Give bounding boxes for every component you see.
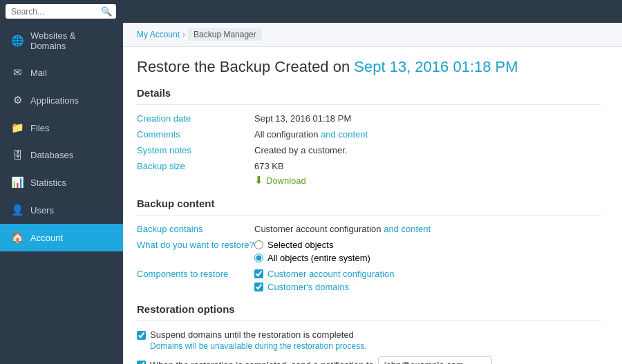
backup-size-label: Backup size [137, 161, 254, 186]
sidebar-item-mail[interactable]: ✉ Mail [0, 59, 123, 86]
sidebar: 🌐 Websites & Domains ✉ Mail ⚙ Applicatio… [0, 23, 123, 364]
notification-row: When the restoration is completed, send … [137, 356, 601, 364]
restoration-section: Restoration options Suspend domains unti… [137, 303, 601, 364]
mail-icon: ✉ [11, 66, 23, 79]
backup-content-section: Backup content Backup contains Customer … [137, 198, 601, 292]
details-section-title: Details [137, 87, 601, 99]
files-icon: 📁 [11, 122, 23, 134]
backup-contains-value: Customer account configuration and conte… [254, 224, 431, 234]
page-title-date: Sept 13, 2016 01:18 PM [354, 58, 518, 75]
backup-content-divider [137, 215, 601, 215]
sidebar-label-applications: Applications [30, 95, 79, 106]
sidebar-label-mail: Mail [30, 68, 47, 78]
breadcrumb: My Account › Backup Manager [123, 23, 622, 47]
databases-icon: 🗄 [11, 149, 23, 161]
checkbox-config[interactable]: Customer account configuration [254, 269, 395, 279]
creation-value: Sept 13, 2016 01:18 PM [254, 113, 351, 124]
comments-text: All configuration [254, 129, 321, 140]
radio-all-objects-input[interactable] [254, 253, 263, 262]
checkbox-domains[interactable]: Customer's domains [254, 282, 395, 292]
backup-size-value: 673 KB ⬇ Download [254, 161, 306, 186]
radio-selected-label: Selected objects [267, 240, 333, 250]
breadcrumb-separator: › [182, 30, 185, 39]
contains-link: and content [384, 224, 431, 234]
sidebar-label-databases: Databases [30, 150, 73, 160]
breadcrumb-myaccount[interactable]: My Account [137, 30, 180, 39]
suspend-text-block: Suspend domains until the restoration is… [150, 329, 367, 351]
sidebar-item-users[interactable]: 👤 Users [0, 196, 123, 224]
backup-contains-row: Backup contains Customer account configu… [137, 224, 601, 234]
sidebar-label-files: Files [30, 123, 49, 133]
checkbox-domains-label: Customer's domains [267, 282, 349, 292]
detail-creation: Creation date Sept 13, 2016 01:18 PM [137, 113, 601, 124]
search-input[interactable] [11, 7, 101, 17]
account-icon: 🏠 [11, 231, 23, 244]
download-button[interactable]: ⬇ Download [254, 174, 306, 186]
radio-selected-objects-input[interactable] [254, 240, 263, 249]
restoration-divider [137, 320, 601, 321]
breadcrumb-backupmanager: Backup Manager [188, 28, 262, 41]
checkbox-config-label: Customer account configuration [267, 269, 395, 279]
globe-icon: 🌐 [11, 35, 23, 47]
contains-text: Customer account configuration [254, 224, 384, 234]
sidebar-label-websites: Websites & Domains [30, 30, 112, 51]
restore-options: Suspend domains until the restoration is… [137, 329, 601, 364]
restore-what-row: What do you want to restore? Selected ob… [137, 240, 601, 263]
sidebar-item-statistics[interactable]: 📊 Statistics [0, 169, 123, 196]
sidebar-item-account[interactable]: 🏠 Account [0, 224, 123, 251]
suspend-sublabel: Domains will be unavailable during the r… [150, 341, 367, 351]
sidebar-item-applications[interactable]: ⚙ Applications [0, 86, 123, 114]
checkbox-domains-input[interactable] [254, 282, 263, 291]
system-notes-value: Created by a customer. [254, 145, 347, 155]
restore-what-label: What do you want to restore? [137, 240, 254, 263]
restore-radio-group: Selected objects All objects (entire sys… [254, 240, 370, 263]
comments-label: Comments [137, 129, 254, 140]
notification-checkbox[interactable] [137, 361, 146, 364]
page-title: Restore the Backup Created on Sept 13, 2… [137, 58, 601, 76]
notification-text: When the restoration is completed, send … [150, 360, 374, 364]
components-checkboxes: Customer account configuration Customer'… [254, 269, 395, 292]
backup-contains-label: Backup contains [137, 224, 254, 234]
detail-system-notes: System notes Created by a customer. [137, 145, 601, 155]
suspend-label: Suspend domains until the restoration is… [150, 329, 367, 340]
detail-comments: Comments All configuration and content [137, 129, 601, 140]
radio-all-label: All objects (entire system) [267, 253, 370, 263]
details-divider [137, 104, 601, 105]
radio-selected-objects[interactable]: Selected objects [254, 240, 370, 250]
system-notes-label: System notes [137, 145, 254, 155]
applications-icon: ⚙ [11, 94, 23, 106]
radio-all-objects[interactable]: All objects (entire system) [254, 253, 370, 263]
checkbox-config-input[interactable] [254, 269, 263, 278]
main-layout: 🌐 Websites & Domains ✉ Mail ⚙ Applicatio… [0, 23, 622, 364]
sidebar-item-files[interactable]: 📁 Files [0, 114, 123, 142]
details-section: Details Creation date Sept 13, 2016 01:1… [137, 87, 601, 186]
page-content: Restore the Backup Created on Sept 13, 2… [123, 47, 622, 364]
backup-size-text: 673 KB [254, 161, 284, 171]
sidebar-label-statistics: Statistics [30, 178, 66, 188]
backup-content-title: Backup content [137, 198, 601, 209]
components-row: Components to restore Customer account c… [137, 269, 601, 292]
comments-link: and content [321, 129, 368, 140]
suspend-option: Suspend domains until the restoration is… [137, 329, 601, 351]
suspend-checkbox[interactable] [137, 331, 146, 340]
notification-email-input[interactable] [378, 356, 492, 364]
restoration-title: Restoration options [137, 303, 601, 315]
users-icon: 👤 [11, 204, 23, 216]
comments-value: All configuration and content [254, 129, 368, 140]
main-content: My Account › Backup Manager Restore the … [123, 23, 622, 364]
sidebar-label-account: Account [30, 233, 63, 243]
detail-backup-size: Backup size 673 KB ⬇ Download [137, 161, 601, 186]
download-icon: ⬇ [254, 174, 263, 186]
statistics-icon: 📊 [11, 176, 23, 189]
download-label: Download [266, 175, 306, 186]
search-icon: 🔍 [101, 6, 112, 17]
components-label: Components to restore [137, 269, 254, 292]
page-title-prefix: Restore the Backup Created on [137, 58, 354, 75]
top-bar: 🔍 [0, 0, 622, 23]
sidebar-item-databases[interactable]: 🗄 Databases [0, 142, 123, 169]
search-box[interactable]: 🔍 [6, 4, 116, 19]
sidebar-label-users: Users [30, 205, 54, 215]
sidebar-item-websites[interactable]: 🌐 Websites & Domains [0, 23, 123, 59]
creation-label: Creation date [137, 113, 254, 124]
